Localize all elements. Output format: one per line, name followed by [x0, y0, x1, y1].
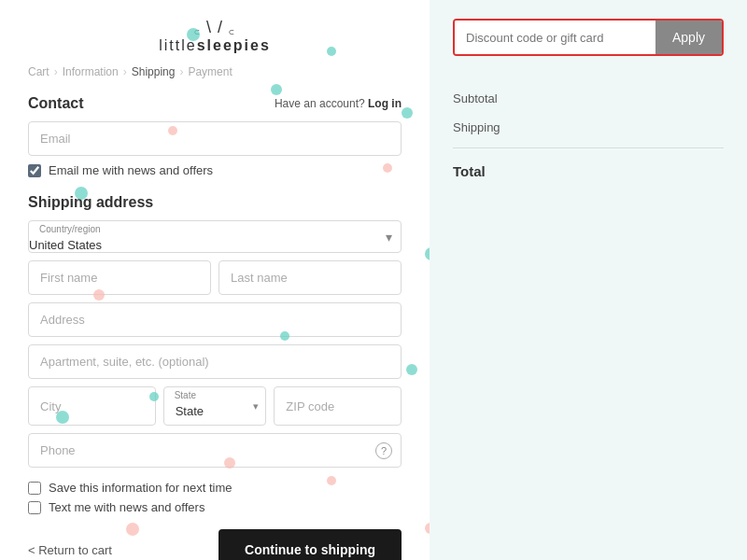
save-info-label: Save this information for next time	[49, 481, 233, 495]
decorative-dot	[224, 457, 235, 469]
login-link[interactable]: Log in	[368, 97, 402, 110]
discount-row: Apply	[453, 19, 724, 56]
decorative-dot	[168, 126, 177, 135]
last-name-field[interactable]	[218, 260, 402, 295]
save-info-checkbox[interactable]	[28, 482, 41, 495]
city-field[interactable]	[28, 386, 156, 426]
contact-section-header: Contact Have an account? Log in	[28, 95, 402, 112]
summary-divider	[453, 147, 724, 148]
decorative-dot	[402, 107, 413, 119]
name-row	[28, 260, 402, 295]
phone-wrap: ?	[28, 433, 402, 468]
contact-title: Contact	[28, 95, 84, 112]
total-row: Total	[453, 154, 724, 189]
decorative-dot	[271, 84, 282, 95]
decorative-dot	[126, 523, 139, 536]
decorative-dot	[406, 364, 417, 375]
decorative-dot	[93, 289, 105, 301]
logo-area: ꜀ \ / ꜀ littlesleepies	[28, 19, 402, 54]
zip-field[interactable]	[274, 386, 402, 426]
text-offers-checkbox[interactable]	[28, 501, 41, 514]
options-section: Save this information for next time Text…	[28, 481, 402, 514]
country-label: Country/region	[39, 224, 101, 234]
total-label: Total	[453, 163, 486, 179]
decorative-dot	[327, 47, 336, 56]
continue-to-shipping-button[interactable]: Continue to shipping	[218, 529, 402, 560]
save-info-row: Save this information for next time	[28, 481, 402, 495]
newsletter-checkbox[interactable]	[28, 164, 41, 177]
shipping-label: Shipping	[453, 120, 500, 134]
shipping-row: Shipping	[453, 113, 724, 142]
decorative-dot	[56, 411, 69, 424]
form-footer: < Return to cart Continue to shipping	[28, 529, 402, 560]
text-offers-label: Text me with news and offers	[49, 500, 204, 514]
apply-button[interactable]: Apply	[655, 21, 722, 54]
logo-eyes: ꜀ \ / ꜀	[28, 19, 402, 35]
shipping-address-section: Shipping address Country/region United S…	[28, 194, 402, 468]
breadcrumb: Cart › Information › Shipping › Payment	[28, 65, 402, 78]
return-to-cart-link[interactable]: < Return to cart	[28, 543, 112, 557]
breadcrumb-payment[interactable]: Payment	[188, 65, 232, 78]
state-select[interactable]: State ALAKAZCA COFLGANY TXWA	[163, 386, 267, 426]
order-summary: Subtotal Shipping Total	[453, 75, 724, 189]
breadcrumb-cart[interactable]: Cart	[28, 65, 49, 78]
decorative-dot	[327, 476, 336, 485]
phone-field[interactable]	[28, 433, 402, 468]
address-field[interactable]	[28, 302, 402, 337]
country-select-wrap: Country/region United States	[28, 220, 402, 253]
decorative-dot	[75, 187, 88, 200]
decorative-dot	[280, 331, 289, 341]
apt-field[interactable]	[28, 344, 402, 379]
discount-input[interactable]	[455, 21, 655, 54]
decorative-dot	[149, 392, 159, 401]
text-offers-row: Text me with news and offers	[28, 500, 402, 514]
breadcrumb-shipping[interactable]: Shipping	[132, 65, 176, 78]
logo-text: littlesleepies	[28, 37, 402, 54]
newsletter-label: Email me with news and offers	[49, 163, 213, 177]
login-prompt: Have an account? Log in	[275, 97, 402, 110]
newsletter-row: Email me with news and offers	[28, 163, 402, 177]
first-name-field[interactable]	[28, 260, 211, 295]
phone-help-icon[interactable]: ?	[375, 442, 392, 459]
decorative-dot	[383, 163, 392, 173]
right-panel: Apply Subtotal Shipping Total	[430, 0, 747, 560]
email-field[interactable]	[28, 121, 402, 156]
left-panel: ꜀ \ / ꜀ littlesleepies Cart › Informatio…	[0, 0, 430, 560]
decorative-dot	[187, 28, 200, 41]
breadcrumb-information[interactable]: Information	[63, 65, 119, 78]
state-select-wrap: State State ALAKAZCA COFLGANY TXWA	[163, 386, 267, 426]
subtotal-label: Subtotal	[453, 91, 498, 105]
subtotal-row: Subtotal	[453, 84, 724, 113]
city-state-zip-row: State State ALAKAZCA COFLGANY TXWA	[28, 386, 402, 426]
